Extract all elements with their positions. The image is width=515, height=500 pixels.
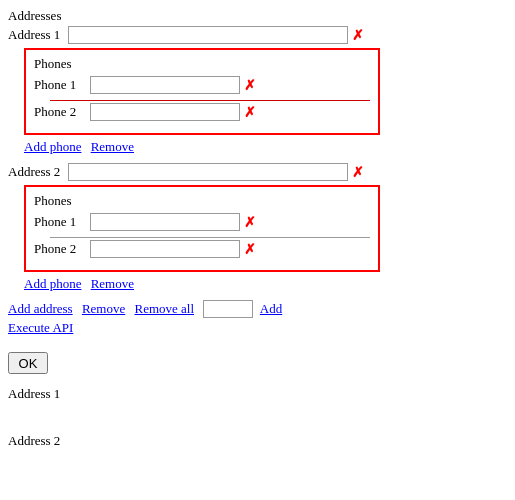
result-address1-label: Address 1 bbox=[8, 382, 507, 405]
address1-phone2-remove-icon[interactable]: ✗ bbox=[244, 104, 256, 121]
address2-phone2-remove-icon[interactable]: ✗ bbox=[244, 241, 256, 258]
addresses-header: Addresses bbox=[8, 8, 507, 24]
address2-section: Address 2 ✗ Phones Phone 1 ✗ Phone 2 ✗ A… bbox=[8, 163, 507, 292]
address1-phone1-input[interactable] bbox=[90, 76, 240, 94]
address1-phone1-row: Phone 1 ✗ bbox=[34, 76, 370, 94]
address2-input[interactable] bbox=[68, 163, 348, 181]
execute-api-link[interactable]: Execute API bbox=[8, 320, 501, 336]
bottom-remove-all-link[interactable]: Remove all bbox=[134, 301, 194, 316]
address2-phone1-remove-icon[interactable]: ✗ bbox=[244, 214, 256, 231]
address1-input[interactable] bbox=[68, 26, 348, 44]
address1-phones-label: Phones bbox=[34, 56, 370, 72]
bottom-add-link[interactable]: Add bbox=[260, 301, 282, 316]
address2-row: Address 2 ✗ bbox=[8, 163, 507, 181]
addresses-section: Addresses Address 1 ✗ Phones Phone 1 ✗ P… bbox=[8, 8, 507, 452]
address1-row: Address 1 ✗ bbox=[8, 26, 507, 44]
address1-section: Address 1 ✗ Phones Phone 1 ✗ Phone 2 ✗ A… bbox=[8, 26, 507, 155]
address2-label: Address 2 bbox=[8, 164, 60, 180]
add-index-input[interactable] bbox=[203, 300, 253, 318]
address2-add-phone-link[interactable]: Add phone bbox=[24, 276, 81, 291]
address1-add-phone-link[interactable]: Add phone bbox=[24, 139, 81, 154]
address2-phone1-separator bbox=[50, 237, 370, 238]
address1-phone1-label: Phone 1 bbox=[34, 77, 86, 93]
address1-phone-actions: Add phone Remove bbox=[24, 139, 507, 155]
add-address-link[interactable]: Add address bbox=[8, 301, 73, 316]
address1-phone2-label: Phone 2 bbox=[34, 104, 86, 120]
address1-phone1-remove-icon[interactable]: ✗ bbox=[244, 77, 256, 94]
address2-phone-actions: Add phone Remove bbox=[24, 276, 507, 292]
address1-phone2-input[interactable] bbox=[90, 103, 240, 121]
ok-button-container: OK bbox=[8, 352, 507, 374]
address1-remove-icon[interactable]: ✗ bbox=[352, 27, 364, 44]
bottom-remove-link[interactable]: Remove bbox=[82, 301, 125, 316]
address1-remove-link[interactable]: Remove bbox=[91, 139, 134, 154]
address2-remove-icon[interactable]: ✗ bbox=[352, 164, 364, 181]
bottom-actions: Add address Remove Remove all Add Execut… bbox=[8, 300, 507, 336]
address2-phones-box: Phones Phone 1 ✗ Phone 2 ✗ bbox=[24, 185, 380, 272]
address1-phone2-row: Phone 2 ✗ bbox=[34, 103, 370, 121]
ok-button[interactable]: OK bbox=[8, 352, 48, 374]
address2-phone2-row: Phone 2 ✗ bbox=[34, 240, 370, 258]
address1-phone1-separator bbox=[50, 100, 370, 101]
address2-phone2-label: Phone 2 bbox=[34, 241, 86, 257]
address2-phone2-input[interactable] bbox=[90, 240, 240, 258]
results-section: Address 1 Address 2 bbox=[8, 382, 507, 452]
address2-phone1-input[interactable] bbox=[90, 213, 240, 231]
result-address2-label: Address 2 bbox=[8, 429, 507, 452]
address1-label: Address 1 bbox=[8, 27, 60, 43]
address2-phone1-row: Phone 1 ✗ bbox=[34, 213, 370, 231]
address2-phone1-label: Phone 1 bbox=[34, 214, 86, 230]
address1-phones-box: Phones Phone 1 ✗ Phone 2 ✗ bbox=[24, 48, 380, 135]
address2-phones-label: Phones bbox=[34, 193, 370, 209]
address2-remove-link[interactable]: Remove bbox=[91, 276, 134, 291]
